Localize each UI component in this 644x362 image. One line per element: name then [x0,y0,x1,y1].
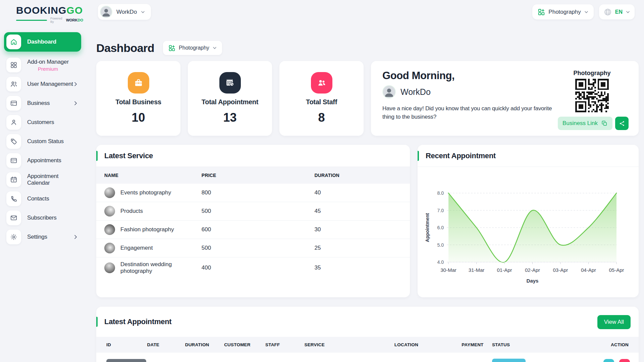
page-title: Dashboard [96,42,154,55]
edit-button[interactable] [603,359,614,362]
chevron-right-icon [74,101,77,106]
svg-text:Days: Days [527,278,539,284]
calendar-icon [6,172,21,187]
sidebar-item-appointment-calendar[interactable]: Appointment Calendar [4,172,81,187]
delete-button[interactable] [619,359,630,362]
copy-icon [601,120,608,127]
service-row: Events photography 800 40 [96,184,410,202]
logo-underline [16,20,47,21]
person-icon [6,115,21,130]
mail-icon [6,210,21,225]
sidebar-item-contacts[interactable]: Contacts [4,191,81,206]
greeting-title: Good Morning, [382,70,555,82]
appointment-row: #APP0000024 20-02-2024 10:35-11:10 Guest… [96,353,639,362]
gear-icon [6,230,21,244]
view-all-button[interactable]: View All [597,315,631,329]
avatar [382,85,396,99]
svg-text:01-Apr: 01-Apr [497,267,512,273]
logo-wordmark: BOOKINGGO [16,5,83,15]
service-photo [104,224,115,235]
svg-text:05-Apr: 05-Apr [609,267,624,273]
avatar [100,6,112,18]
latest-service-table: Name Price Duration Events photography 8… [96,167,410,278]
recent-appointment-title: Recent Appointment [426,152,496,160]
latest-service-title: Latest Service [104,152,153,160]
phone-icon [6,191,21,206]
language-label: EN [615,9,623,15]
svg-text:6.0: 6.0 [437,225,444,230]
svg-text:7.0: 7.0 [437,208,444,213]
svg-text:31-Mar: 31-Mar [469,267,485,273]
sidebar-item-appointments[interactable]: Appointments [4,153,81,168]
service-photo [104,187,115,198]
service-row: Products 500 45 [96,202,410,221]
stat-value: 8 [318,111,325,125]
share-button[interactable] [615,117,629,130]
sidebar-item-custom-status[interactable]: Custom Status [4,134,81,149]
svg-text:04-Apr: 04-Apr [581,267,596,273]
app-logo[interactable]: BOOKINGGO Powered By WORKDO [16,5,83,23]
sidebar-item-user-management[interactable]: User Management [4,77,81,92]
qr-label: Photography [574,70,611,77]
workspace-name: WorkDo [116,9,137,15]
chevron-right-icon [74,235,77,239]
greeting-message: Have a nice day! Did you know that you c… [382,105,555,121]
chevron-down-icon [213,46,217,50]
col-header-name: Name [96,167,194,184]
svg-text:Appointment: Appointment [425,213,430,242]
sidebar-item-customers[interactable]: Customers [4,115,81,130]
latest-appointment-table: ID Date Duration Customer Staff Service … [96,337,639,362]
card-icon [6,153,21,168]
sidebar-item-subscribers[interactable]: Subscribers [4,210,81,225]
briefcase-icon [128,72,149,94]
addon-grid-icon [6,58,21,72]
section-accent [96,151,98,161]
chevron-down-icon [626,10,630,14]
svg-text:30-Mar: 30-Mar [440,267,457,273]
share-icon [619,120,625,127]
section-accent [96,317,98,327]
greeting-card: Good Morning, WorkDo Have a nice day! Di… [371,61,639,136]
chevron-down-icon [141,10,145,14]
service-photo [104,206,115,217]
card-icon [6,96,21,111]
section-accent [418,151,419,161]
home-icon [6,35,21,49]
business-link-button[interactable]: Business Link [558,117,612,130]
col-header-price: Price [194,167,307,184]
sidebar-item-settings[interactable]: Settings [4,230,81,244]
svg-text:03-Apr: 03-Apr [553,267,568,273]
latest-service-card: Latest Service Name Price Duration Event… [96,145,410,297]
sidebar: Dashboard Add-on Manager Premium User Ma… [4,32,81,249]
grid-plus-icon [168,45,175,52]
sidebar-item-dashboard[interactable]: Dashboard [4,32,81,52]
logo-tagline: Powered By WORKDO [16,17,83,23]
calendar-clock-icon [219,72,241,94]
service-row: Engagement 500 25 [96,239,410,257]
service-row: Destination wedding photography 400 35 [96,257,410,279]
globe-icon [604,8,612,16]
grid-plus-icon [538,8,545,16]
language-dropdown[interactable]: EN [599,4,635,19]
sidebar-item-addon-manager[interactable]: Add-on Manager Premium [4,58,81,72]
appointment-chart: 8.07.06.05.04.030-Mar31-Mar01-Apr02-Apr0… [418,167,639,297]
header-business-label: Photography [548,9,581,15]
svg-text:5.0: 5.0 [437,242,444,248]
service-photo [104,262,115,273]
service-photo [104,243,115,253]
workspace-dropdown[interactable]: WorkDo [98,4,151,20]
service-row: Fashion photography 600 30 [96,221,410,239]
page-business-label: Photography [179,45,209,51]
svg-text:8.0: 8.0 [437,190,444,196]
staff-icon [311,72,332,94]
stat-card-total-appointment: Total Appointment 13 [188,61,272,136]
header-business-dropdown[interactable]: Photography [532,4,593,19]
recent-appointment-card: Recent Appointment 8.07.06.05.04.030-Mar… [418,145,639,297]
sidebar-item-business[interactable]: Business [4,96,81,111]
tag-icon [6,134,21,149]
chevron-right-icon [74,82,77,86]
page-business-dropdown[interactable]: Photography [163,41,222,55]
premium-badge: Premium [38,66,58,72]
chevron-down-icon [584,10,588,14]
svg-text:02-Apr: 02-Apr [525,267,540,273]
